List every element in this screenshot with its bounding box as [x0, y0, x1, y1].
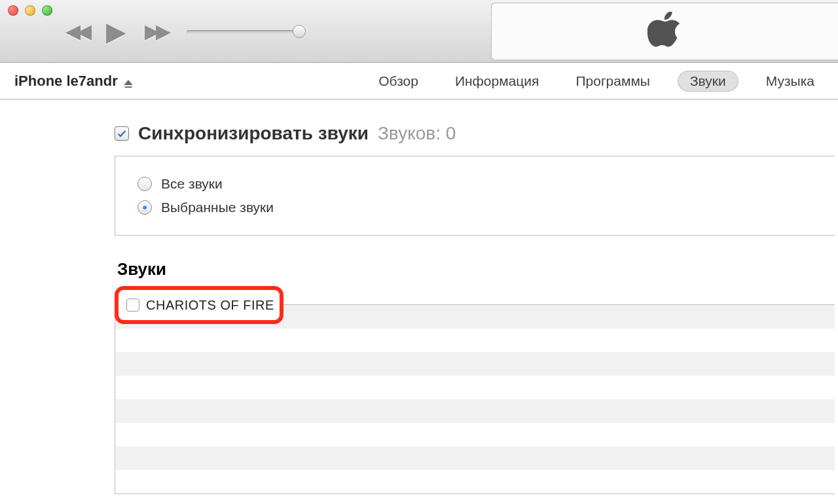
close-window-button[interactable]: [8, 5, 18, 16]
play-button[interactable]: ▶: [106, 16, 126, 46]
device-tab-bar: iPhone le7andr Обзор Информация Программ…: [0, 63, 838, 99]
player-toolbar: ◀◀ ▶ ▶▶: [0, 0, 838, 63]
sounds-sync-pane: Синхронизировать звуки Звуков: 0 Все зву…: [0, 99, 838, 494]
next-track-button[interactable]: ▶▶: [145, 20, 167, 43]
tab-info[interactable]: Информация: [446, 71, 549, 92]
table-row[interactable]: [115, 329, 835, 352]
radio-selected-sounds[interactable]: Выбранные звуки: [137, 196, 812, 219]
sound-item-highlight: CHARIOTS OF FIRE: [115, 286, 283, 324]
table-row[interactable]: [115, 376, 835, 399]
minimize-window-button[interactable]: [25, 5, 35, 16]
volume-track: [187, 30, 304, 34]
tab-sounds[interactable]: Звуки: [678, 71, 738, 92]
tab-music[interactable]: Музыка: [757, 71, 824, 92]
sync-sounds-count: Звуков: 0: [378, 123, 456, 144]
radio-icon: [137, 177, 152, 191]
sync-sounds-checkbox[interactable]: [115, 126, 129, 141]
check-icon: [117, 128, 127, 139]
table-row[interactable]: [115, 470, 835, 494]
table-row[interactable]: [115, 446, 835, 470]
sync-sounds-label: Синхронизировать звуки: [138, 123, 369, 144]
sync-tabs: Обзор Информация Программы Звуки Музыка: [369, 71, 824, 92]
table-row[interactable]: [115, 423, 835, 446]
now-playing-panel: [491, 3, 838, 60]
previous-track-button[interactable]: ◀◀: [65, 20, 88, 43]
device-selector[interactable]: iPhone le7andr: [14, 73, 134, 90]
zoom-window-button[interactable]: [42, 5, 52, 16]
radio-all-sounds[interactable]: Все звуки: [137, 172, 812, 196]
tab-overview[interactable]: Обзор: [369, 71, 428, 92]
tab-apps[interactable]: Программы: [566, 71, 659, 92]
window-controls: [8, 5, 52, 16]
sound-item-checkbox[interactable]: [126, 298, 139, 312]
table-row[interactable]: [115, 352, 835, 376]
radio-icon: [137, 200, 152, 215]
radio-all-label: Все звуки: [161, 176, 223, 192]
sound-item-label: CHARIOTS OF FIRE: [146, 298, 274, 313]
apple-logo-icon: [647, 12, 683, 51]
sync-header: Синхронизировать звуки Звуков: 0: [115, 123, 838, 144]
eject-icon[interactable]: [123, 76, 134, 86]
volume-slider[interactable]: [187, 28, 304, 35]
radio-selected-label: Выбранные звуки: [161, 200, 274, 215]
sync-scope-panel: Все звуки Выбранные звуки: [115, 156, 835, 236]
sounds-section-title: Звуки: [117, 259, 838, 279]
device-name-label: iPhone le7andr: [14, 73, 118, 90]
volume-thumb[interactable]: [293, 25, 306, 38]
sounds-list: [115, 304, 835, 494]
table-row[interactable]: [115, 399, 835, 423]
playback-controls: ◀◀ ▶ ▶▶: [65, 16, 167, 46]
